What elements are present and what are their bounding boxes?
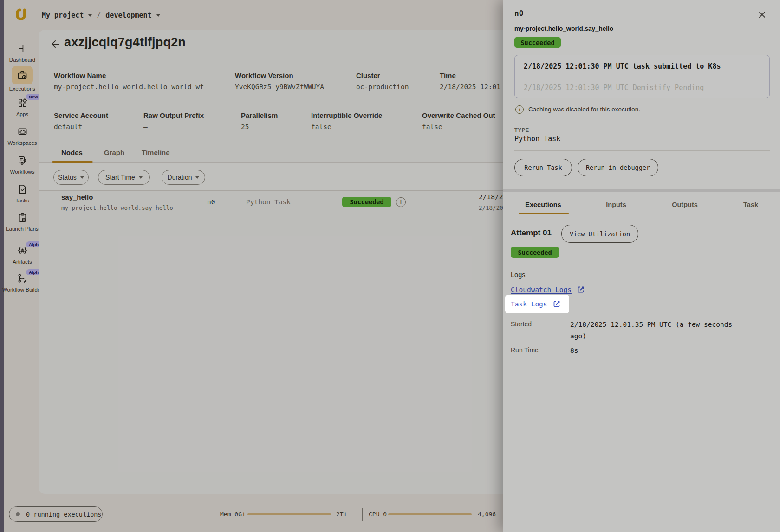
external-link-icon: [552, 299, 561, 309]
task-logs-link[interactable]: Task Logs: [511, 299, 561, 309]
app-window: My project / development Dashboard Execu…: [0, 0, 780, 532]
dim-overlay: [0, 0, 780, 532]
task-logs-label: Task Logs: [511, 300, 547, 308]
task-logs-highlight: Task Logs: [505, 295, 569, 313]
